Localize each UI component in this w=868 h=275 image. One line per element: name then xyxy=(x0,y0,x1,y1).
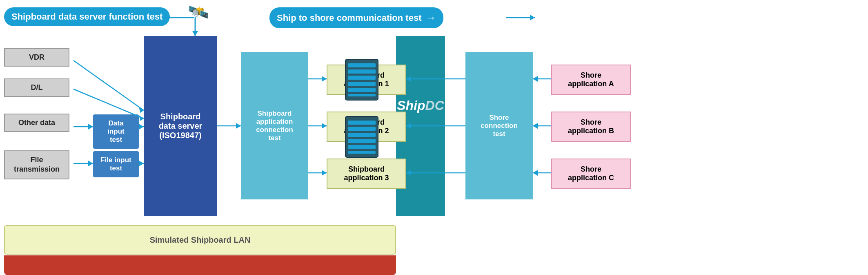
svg-rect-48 xyxy=(348,133,376,137)
shore-app-c: Shoreapplication C xyxy=(551,159,631,189)
app-connection-block: Shipboardapplicationconnectiontest xyxy=(241,52,308,199)
svg-marker-37 xyxy=(533,170,538,176)
server-rack-bottom xyxy=(341,114,382,159)
svg-marker-9 xyxy=(139,115,144,121)
shore-connection-text: Shoreconnectiontest xyxy=(481,114,518,138)
svg-rect-40 xyxy=(348,69,376,74)
svg-rect-47 xyxy=(348,127,376,131)
banner-right-text: Ship to shore communication test xyxy=(277,13,421,23)
svg-line-6 xyxy=(73,60,144,110)
svg-marker-15 xyxy=(88,161,93,166)
svg-rect-44 xyxy=(348,94,376,96)
shipdс-label: ShipDC xyxy=(395,98,446,113)
svg-marker-23 xyxy=(322,123,327,129)
svg-rect-39 xyxy=(348,63,376,67)
svg-rect-49 xyxy=(348,139,376,143)
svg-marker-25 xyxy=(322,170,327,176)
svg-rect-51 xyxy=(348,151,376,154)
file-input-test-box: File inputtest xyxy=(93,151,139,177)
svg-rect-43 xyxy=(348,88,376,92)
svg-marker-33 xyxy=(533,76,538,82)
data-source-file: Filetransmission xyxy=(4,150,69,179)
red-strip xyxy=(4,255,396,275)
shore-connection-block: Shoreconnectiontest xyxy=(465,52,533,199)
svg-marker-11 xyxy=(88,124,93,130)
banner-right: Ship to shore communication test xyxy=(269,7,443,28)
data-source-dl: D/L xyxy=(4,78,69,97)
svg-marker-7 xyxy=(139,107,144,113)
banner-left-text: Shipboard data server function test xyxy=(11,11,162,22)
banner-left: Shipboard data server function test xyxy=(4,7,170,26)
shipboard-app-3: Shipboardapplication 3 xyxy=(327,159,406,189)
svg-marker-19 xyxy=(236,123,241,129)
svg-marker-35 xyxy=(533,123,538,129)
lan-label: Simulated Shipboard LAN xyxy=(150,235,251,245)
svg-marker-2 xyxy=(192,31,198,36)
shore-app-a: Shoreapplication A xyxy=(551,65,631,95)
data-source-other: Other data xyxy=(4,114,69,132)
svg-marker-21 xyxy=(322,76,327,82)
svg-rect-42 xyxy=(348,82,376,86)
server-block-text: Shipboarddata server(ISO19847) xyxy=(159,112,203,140)
server-block: Shipboarddata server(ISO19847) xyxy=(144,36,217,216)
server-rack-top xyxy=(341,57,382,102)
svg-marker-17 xyxy=(139,161,144,166)
svg-rect-50 xyxy=(348,145,376,149)
satellite-icon: 🛰️ xyxy=(188,2,209,22)
data-input-test-box: Data inputtest xyxy=(93,114,139,149)
svg-marker-13 xyxy=(139,124,144,130)
diagram-container: Shipboard data server function test 🛰️ S… xyxy=(0,0,868,275)
svg-rect-46 xyxy=(348,121,376,125)
shore-app-b: Shoreapplication B xyxy=(551,112,631,142)
app-connection-text: Shipboardapplicationconnectiontest xyxy=(256,110,293,142)
lan-bar: Simulated Shipboard LAN xyxy=(4,225,396,255)
svg-rect-41 xyxy=(348,76,376,80)
svg-marker-4 xyxy=(530,15,535,20)
data-source-vdr: VDR xyxy=(4,48,69,67)
